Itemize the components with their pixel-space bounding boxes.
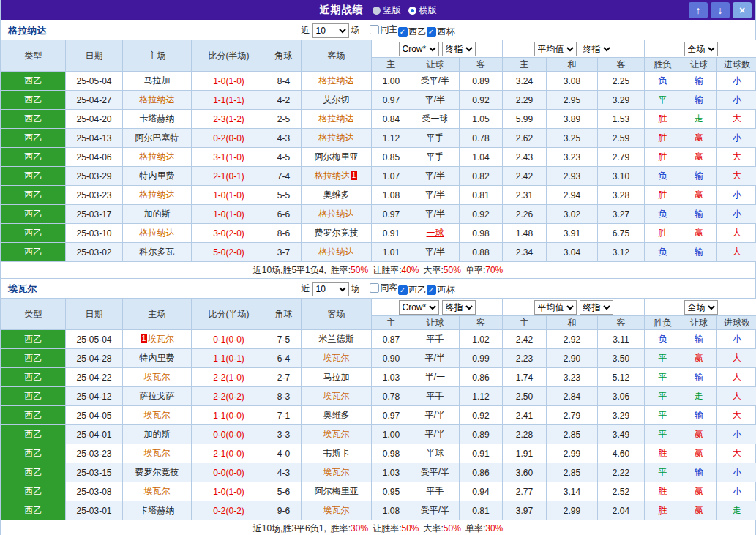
goals-result-cell: 小	[717, 186, 756, 205]
col-header-away: 客场	[302, 299, 372, 330]
avg-home-cell: 2.23	[503, 349, 547, 368]
handicap-result-cell: 输	[681, 463, 717, 482]
match-count-select[interactable]: 10	[312, 23, 349, 38]
summary-stat: 单率:30%	[465, 523, 503, 535]
corners-cell: 7-4	[266, 167, 302, 186]
filter-checkbox[interactable]: ✓西杯	[427, 284, 455, 296]
avg-away-cell: 2.79	[598, 148, 645, 167]
section-head: 格拉纳达 近 10 场 同主✓西乙✓西杯	[1, 20, 755, 40]
avg-away-cell: 1.53	[598, 110, 645, 129]
avg-draw-cell: 3.25	[547, 129, 598, 148]
titlebar: 近期战绩 竖版横版 ↑ ↓ ×	[1, 0, 755, 20]
filter-checkbox[interactable]: 同客	[370, 282, 398, 294]
corners-cell: 6-6	[266, 205, 302, 224]
team-label: 格拉纳达	[319, 113, 354, 124]
average-stage-select[interactable]: 终指	[580, 42, 613, 56]
outcome-cell: 负	[645, 330, 681, 349]
away-odds-cell: 1.12	[460, 387, 503, 406]
filter-checkbox[interactable]: ✓西乙	[398, 284, 427, 296]
filter-checkbox[interactable]: ✓西杯	[427, 26, 455, 38]
goals-result-cell: 小	[717, 482, 756, 501]
handicap-line-cell: 一球	[411, 224, 460, 243]
team-name: 埃瓦尔	[8, 283, 37, 296]
scope-select[interactable]: 全场	[684, 300, 718, 315]
score-cell: 5-0(2-0)	[192, 243, 266, 262]
move-down-button[interactable]: ↓	[711, 2, 730, 18]
date-cell: 25-04-13	[66, 129, 123, 148]
scope-select[interactable]: 全场	[684, 42, 718, 56]
avg-draw-cell: 2.90	[547, 349, 598, 368]
handicap-line-cell: 平手	[411, 387, 460, 406]
home-team-cell: 萨拉戈萨	[123, 387, 192, 406]
team-label: 埃瓦尔	[144, 410, 171, 420]
close-button[interactable]: ×	[733, 2, 752, 18]
match-row: 西乙25-04-13阿尔巴塞特0-2(0-0)4-3格拉纳达1.12平手0.78…	[1, 129, 756, 148]
avg-draw-cell: 3.02	[547, 205, 598, 224]
handicap-line-cell: 半球	[411, 444, 460, 463]
team-label: 马拉加	[144, 75, 171, 86]
league-cell: 西乙	[1, 368, 66, 387]
outcome-cell: 胜	[645, 110, 681, 129]
corners-cell: 3-3	[266, 425, 302, 444]
average-source-select[interactable]: 平均值	[534, 42, 577, 56]
match-row: 西乙25-04-22埃瓦尔2-2(1-0)2-7马拉加1.03半/一0.861.…	[1, 368, 756, 387]
col-header-away: 客场	[302, 40, 372, 72]
odds-company-select[interactable]: Crow*	[399, 42, 439, 56]
layout-radio-vertical[interactable]: 竖版	[373, 4, 401, 17]
average-source-select[interactable]: 平均值	[534, 300, 577, 315]
outcome-cell: 平	[645, 425, 681, 444]
home-team-cell: 阿尔巴塞特	[123, 129, 192, 148]
panel-title: 近期战绩	[320, 4, 364, 17]
subheader-avg-away: 客	[598, 316, 645, 330]
matches-table: 类型 日期 主场 比分(半场) 角球 客场 Crow*终指 平均值终指 全场	[1, 40, 756, 262]
away-team-cell: 米兰德斯	[302, 330, 372, 349]
score-cell: 3-0(2-0)	[192, 224, 266, 243]
score-cell: 1-0(1-0)	[192, 205, 266, 224]
filter-checkbox[interactable]: ✓西乙	[398, 26, 427, 38]
avg-draw-cell: 3.23	[547, 368, 598, 387]
col-header-league: 类型	[1, 299, 66, 330]
match-row: 西乙25-03-15费罗尔竞技0-0(0-0)4-3埃瓦尔1.03受平/半0.8…	[1, 463, 756, 482]
goals-result-cell: 大	[717, 368, 756, 387]
handicap-result-cell: 输	[681, 243, 717, 262]
away-odds-cell: 1.02	[460, 330, 503, 349]
date-cell: 25-05-04	[66, 330, 123, 349]
average-stage-select[interactable]: 终指	[580, 300, 613, 315]
odds-stage-select[interactable]: 终指	[442, 42, 476, 56]
odds-stage-select[interactable]: 终指	[442, 300, 476, 315]
avg-home-cell: 1.91	[503, 444, 547, 463]
away-odds-cell: 1.05	[460, 110, 503, 129]
match-count-select[interactable]: 10	[312, 282, 349, 296]
checkbox-label: 同客	[381, 282, 398, 294]
home-odds-cell: 1.00	[372, 72, 411, 91]
filter-checkbox[interactable]: 同主	[370, 23, 398, 36]
outcome-cell: 胜	[645, 148, 681, 167]
home-team-cell: 格拉纳达	[123, 186, 192, 205]
match-row: 西乙25-05-041埃瓦尔0-1(0-0)7-5米兰德斯0.87平手1.022…	[1, 330, 756, 349]
avg-home-cell: 1.48	[503, 224, 547, 243]
home-team-cell: 特内里费	[123, 349, 192, 368]
date-cell: 25-03-10	[66, 224, 123, 243]
outcome-cell: 平	[645, 349, 681, 368]
radio-icon	[373, 7, 381, 15]
match-row: 西乙25-03-01卡塔赫纳0-2(0-2)9-6埃瓦尔1.08受平/半0.81…	[1, 501, 756, 520]
handicap-line-cell: 受平/半	[411, 463, 460, 482]
team-label: 米兰德斯	[319, 334, 354, 344]
avg-home-cell: 2.50	[503, 387, 547, 406]
subheader-avg-away: 客	[598, 58, 645, 72]
avg-draw-cell: 3.08	[547, 72, 598, 91]
checkbox-icon: ✓	[398, 27, 408, 37]
team-label: 加的斯	[144, 429, 171, 439]
goals-result-cell: 大	[717, 224, 756, 243]
team-label: 阿尔梅里亚	[315, 151, 359, 162]
away-odds-cell: 0.92	[460, 205, 503, 224]
score-cell: 0-0(0-0)	[192, 425, 266, 444]
layout-radio-horizontal[interactable]: 横版	[408, 4, 437, 17]
home-odds-cell: 0.87	[372, 330, 411, 349]
date-cell: 25-04-05	[66, 406, 123, 425]
avg-away-cell: 3.10	[598, 167, 645, 186]
odds-company-select[interactable]: Crow*	[399, 300, 439, 315]
move-up-button[interactable]: ↑	[689, 2, 708, 18]
date-cell: 25-03-01	[66, 501, 123, 520]
col-header-corners: 角球	[266, 299, 302, 330]
